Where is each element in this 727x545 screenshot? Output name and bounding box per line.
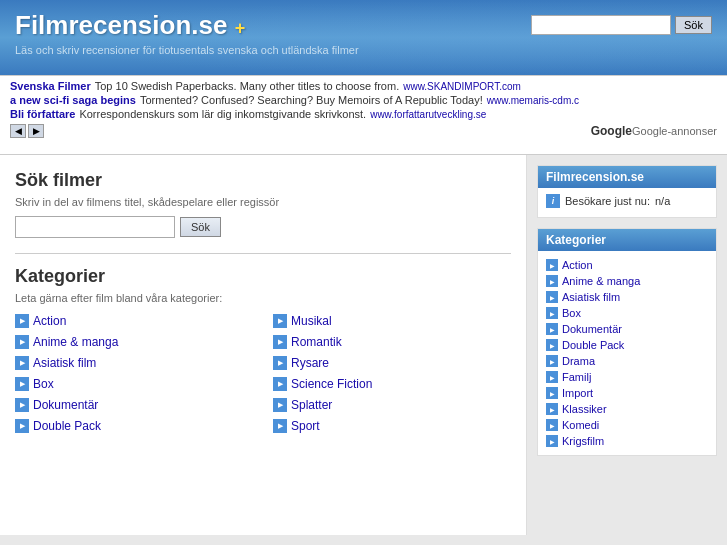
sidebar-visitors-row: Besökare just nu: n/a (546, 194, 708, 208)
categories-title: Kategorier (15, 266, 511, 287)
categories-section: Kategorier Leta gärna efter film bland v… (15, 266, 511, 435)
cat-item-right-0: Musikal (273, 312, 511, 330)
cat-item-left-0: Action (15, 312, 253, 330)
sidebar-cat-link[interactable]: Box (562, 307, 581, 319)
ad-url-2[interactable]: www.memaris-cdm.c (487, 95, 579, 106)
sidebar-cat-item-9: Klassiker (546, 401, 708, 417)
cat-link[interactable]: Dokumentär (33, 398, 98, 412)
site-title-text: Filmrecension.se (15, 10, 227, 40)
cat-arrow-icon (273, 377, 287, 391)
cat-link[interactable]: Action (33, 314, 66, 328)
cat-arrow-icon (15, 377, 29, 391)
sidebar-cat-link[interactable]: Asiatisk film (562, 291, 620, 303)
ad-row-3: Bli författare Korrespondenskurs som lär… (10, 108, 717, 120)
header-search-button[interactable]: Sök (675, 16, 712, 34)
cat-item-left-4: Dokumentär (15, 396, 253, 414)
ad-prev-button[interactable]: ◀ (10, 124, 26, 138)
sidebar-cat-item-2: Asiatisk film (546, 289, 708, 305)
sidebar-cat-item-11: Krigsfilm (546, 433, 708, 449)
ad-row-1: Svenska Filmer Top 10 Swedish Paperbacks… (10, 80, 717, 92)
sidebar-cat-item-10: Komedi (546, 417, 708, 433)
ad-nav: ◀ ▶ (10, 124, 44, 138)
ad-next-button[interactable]: ▶ (28, 124, 44, 138)
sidebar-site-content: Besökare just nu: n/a (538, 188, 716, 217)
sidebar-cat-arrow-icon (546, 323, 558, 335)
cat-item-left-5: Double Pack (15, 417, 253, 435)
ad-link-2[interactable]: a new sci-fi saga begins (10, 94, 136, 106)
cat-arrow-icon (15, 419, 29, 433)
sidebar-cat-link[interactable]: Anime & manga (562, 275, 640, 287)
cat-link[interactable]: Double Pack (33, 419, 101, 433)
sidebar-cat-list: ActionAnime & mangaAsiatisk filmBoxDokum… (546, 257, 708, 449)
sidebar-cat-item-8: Import (546, 385, 708, 401)
cat-arrow-icon (15, 356, 29, 370)
sidebar-cat-arrow-icon (546, 371, 558, 383)
ad-url-1[interactable]: www.SKANDIMPORT.com (403, 81, 521, 92)
sidebar-cat-arrow-icon (546, 259, 558, 271)
sidebar-cat-arrow-icon (546, 355, 558, 367)
cat-link[interactable]: Splatter (291, 398, 332, 412)
cat-arrow-icon (273, 314, 287, 328)
categories-grid: ActionMusikalAnime & mangaRomantikAsiati… (15, 312, 511, 435)
sidebar-cat-link[interactable]: Drama (562, 355, 595, 367)
search-input[interactable] (15, 216, 175, 238)
sidebar-cat-link[interactable]: Familj (562, 371, 591, 383)
ad-text-2: Tormented? Confused? Searching? Buy Memo… (140, 94, 483, 106)
cat-link[interactable]: Rysare (291, 356, 329, 370)
cat-arrow-icon (273, 335, 287, 349)
sidebar-cat-link[interactable]: Action (562, 259, 593, 271)
cat-arrow-icon (273, 419, 287, 433)
site-plus-icon: + (235, 18, 246, 38)
site-tagline: Läs och skriv recensioner för tiotusenta… (15, 44, 712, 56)
right-sidebar: Filmrecension.se Besökare just nu: n/a K… (527, 155, 727, 535)
cat-link[interactable]: Musikal (291, 314, 332, 328)
header-search-input[interactable] (531, 15, 671, 35)
cat-link[interactable]: Box (33, 377, 54, 391)
cat-arrow-icon (273, 356, 287, 370)
ad-url-3[interactable]: www.forfattarutveckling.se (370, 109, 486, 120)
ad-text-1: Top 10 Swedish Paperbacks. Many other ti… (95, 80, 400, 92)
sidebar-cat-arrow-icon (546, 291, 558, 303)
cat-link[interactable]: Sport (291, 419, 320, 433)
sidebar-cat-item-5: Double Pack (546, 337, 708, 353)
info-icon (546, 194, 560, 208)
cat-link[interactable]: Anime & manga (33, 335, 118, 349)
sidebar-categories-content: ActionAnime & mangaAsiatisk filmBoxDokum… (538, 251, 716, 455)
divider (15, 253, 511, 254)
sidebar-cat-link[interactable]: Komedi (562, 419, 599, 431)
ad-link-1[interactable]: Svenska Filmer (10, 80, 91, 92)
ad-link-3[interactable]: Bli författare (10, 108, 75, 120)
categories-desc: Leta gärna efter film bland våra kategor… (15, 292, 511, 304)
site-header: Filmrecension.se + Läs och skriv recensi… (0, 0, 727, 75)
search-button[interactable]: Sök (180, 217, 221, 237)
sidebar-cat-arrow-icon (546, 387, 558, 399)
sidebar-cat-arrow-icon (546, 403, 558, 415)
cat-item-left-3: Box (15, 375, 253, 393)
sidebar-cat-link[interactable]: Krigsfilm (562, 435, 604, 447)
ad-bar: Svenska Filmer Top 10 Swedish Paperbacks… (0, 75, 727, 155)
sidebar-cat-arrow-icon (546, 419, 558, 431)
cat-item-left-1: Anime & manga (15, 333, 253, 351)
cat-item-right-3: Science Fiction (273, 375, 511, 393)
cat-link[interactable]: Science Fiction (291, 377, 372, 391)
sidebar-cat-link[interactable]: Dokumentär (562, 323, 622, 335)
cat-arrow-icon (15, 398, 29, 412)
ad-text-3: Korrespondenskurs som lär dig inkomstgiv… (79, 108, 366, 120)
left-content: Sök filmer Skriv in del av filmens titel… (0, 155, 527, 535)
sidebar-cat-item-7: Familj (546, 369, 708, 385)
sidebar-cat-link[interactable]: Klassiker (562, 403, 607, 415)
sidebar-cat-link[interactable]: Double Pack (562, 339, 624, 351)
cat-link[interactable]: Romantik (291, 335, 342, 349)
sidebar-categories-title: Kategorier (538, 229, 716, 251)
cat-link[interactable]: Asiatisk film (33, 356, 96, 370)
sidebar-cat-arrow-icon (546, 307, 558, 319)
cat-arrow-icon (15, 314, 29, 328)
search-section: Sök filmer Skriv in del av filmens titel… (15, 170, 511, 238)
sidebar-cat-item-1: Anime & manga (546, 273, 708, 289)
cat-item-right-2: Rysare (273, 354, 511, 372)
sidebar-cat-link[interactable]: Import (562, 387, 593, 399)
sidebar-cat-item-4: Dokumentär (546, 321, 708, 337)
cat-arrow-icon (15, 335, 29, 349)
sidebar-cat-arrow-icon (546, 339, 558, 351)
cat-item-left-2: Asiatisk film (15, 354, 253, 372)
